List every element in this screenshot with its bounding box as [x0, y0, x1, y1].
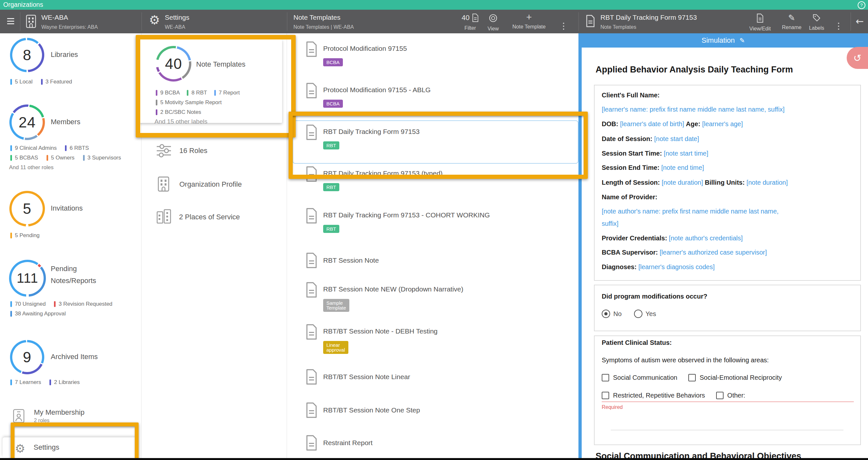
radio-yes-control[interactable] [634, 310, 643, 318]
settings-item-label: Settings [34, 443, 59, 452]
template-item[interactable]: Protocol Modification 97155 BCBA [305, 41, 318, 58]
template-tag: BCBA [323, 99, 343, 108]
length-of-session-placeholder[interactable]: [note duration] [662, 179, 703, 186]
template-item[interactable]: RBT Session Note [305, 253, 318, 269]
session-end-label: Session End Time: [602, 164, 659, 171]
template-item[interactable]: RBT Session Note NEW (Dropdown Narrative… [305, 282, 318, 299]
template-item-selected[interactable]: RBT Daily Tracking Form 97153 RBT [305, 124, 318, 141]
provider-credentials-placeholder[interactable]: [note author's credentials] [669, 234, 743, 242]
card-legend-row3: 2 BC/SBC Notes [156, 109, 201, 115]
members-donut[interactable]: 24 [9, 105, 45, 140]
template-tag: RBT [323, 141, 339, 149]
date-of-session-placeholder[interactable]: [note start date] [654, 135, 699, 142]
template-item[interactable]: RBT Daily Tracking Form 97153 (typed) RB… [305, 166, 318, 183]
checkbox-social-emotional[interactable]: Social-Emotional Reciprocity [688, 374, 782, 381]
undo-icon: ↺ [853, 52, 861, 64]
document-icon [305, 41, 318, 57]
checkbox-control[interactable] [688, 374, 696, 381]
provider-name-placeholder-line2[interactable]: suffix] [602, 220, 619, 227]
view-button[interactable]: View [483, 13, 503, 32]
checkbox-control[interactable] [602, 374, 609, 381]
dob-placeholder[interactable]: [learner's date of birth] [620, 120, 684, 127]
card-legend-row2: 5 Motivity Sample Report [156, 99, 222, 106]
invitations-legend: 5 Pending [10, 232, 40, 239]
help-icon[interactable]: ? [858, 1, 865, 9]
membership-badge-icon [13, 409, 25, 423]
back-arrow-icon[interactable]: ← [856, 16, 864, 27]
my-membership-item[interactable]: My Membership 2 roles [13, 408, 136, 424]
checkbox-other[interactable]: Other: [716, 392, 746, 399]
program-modifications-question: Did program modifications occur? [602, 293, 707, 300]
archived-donut[interactable]: 9 [10, 340, 44, 374]
members-legend-extra: And 11 other roles [9, 164, 54, 171]
radio-no-control[interactable] [602, 310, 610, 318]
session-start-label: Session Start Time: [602, 150, 662, 157]
pending-notes-donut[interactable]: 111 [9, 260, 46, 297]
provider-name-placeholder-line1[interactable]: [note author's name: prefix first name m… [602, 208, 778, 215]
templates-header-title[interactable]: Note Templates [293, 13, 341, 21]
roles-sliders-icon [156, 144, 172, 157]
age-placeholder[interactable]: [learner's age] [702, 120, 743, 127]
invitations-donut[interactable]: 5 [9, 191, 45, 226]
template-item[interactable]: RBT/BT Session Note - DEBH Testing Linea… [305, 324, 318, 341]
template-item[interactable]: RBT/BT Session Note One Step [305, 402, 318, 419]
billing-units-placeholder[interactable]: [note duration] [746, 179, 788, 186]
undo-button[interactable]: ↺ [847, 47, 868, 69]
session-start-placeholder[interactable]: [note start time] [664, 150, 708, 157]
stat-label-pending-line1[interactable]: Pending [51, 265, 77, 273]
organizations-title: Organizations [3, 1, 43, 8]
filter-button[interactable]: 40 Filter [456, 13, 485, 31]
stat-label-pending-line2[interactable]: Notes/Reports [51, 277, 96, 285]
rename-button[interactable]: ✎ Rename [779, 13, 805, 30]
preview-more-menu-icon[interactable] [838, 23, 839, 30]
other-field-underline[interactable] [602, 401, 854, 402]
settings-header-subtitle: WE-ABA [165, 24, 185, 30]
libraries-legend: 5 Local 3 Featured [10, 79, 72, 85]
stat-label-invitations[interactable]: Invitations [51, 204, 83, 212]
template-item[interactable]: Protocol Modification 97155 - ABLG BCBA [305, 83, 318, 99]
libraries-donut[interactable]: 8 [10, 38, 44, 72]
radio-no[interactable]: No [602, 310, 622, 318]
simulation-mode-bar[interactable]: Simulation ✎ [579, 33, 868, 48]
template-item[interactable]: RBT Daily Tracking Form 97153 - COHORT W… [305, 208, 318, 225]
document-icon [305, 402, 318, 418]
checkbox-social-communication[interactable]: Social Communication [602, 374, 677, 381]
app-screen: Organizations ? WE-ABA Wayne Enterprises… [0, 0, 868, 460]
labels-button[interactable]: Labels [805, 13, 828, 31]
form-title: Applied Behavior Analysis Daily Teaching… [596, 65, 793, 75]
note-templates-donut: 40 [156, 46, 191, 82]
checkbox-control[interactable] [716, 392, 723, 399]
symptoms-subtitle: Symptoms of autism were observed in the … [602, 356, 769, 364]
app-header: WE-ABA Wayne Enterprises: ABA ⚙ Settings… [0, 10, 868, 33]
settings-header-title[interactable]: Settings [165, 13, 189, 21]
bcba-supervisor-placeholder[interactable]: [learner's authorized case supervisor] [659, 249, 767, 256]
client-name-placeholder[interactable]: [learner's name: prefix first name middl… [602, 106, 785, 113]
simulation-edit-icon[interactable]: ✎ [739, 36, 745, 44]
add-note-template-button[interactable]: + Note Template [508, 12, 550, 30]
templates-header-breadcrumb: Note Templates | WE-ABA [293, 24, 354, 30]
checkbox-restricted-behaviors[interactable]: Restricted, Repetitive Behaviors [602, 392, 705, 399]
checkbox-control[interactable] [602, 392, 609, 399]
view-edit-button[interactable]: View/Edit [746, 13, 775, 32]
session-end-placeholder[interactable]: [note end time] [661, 164, 704, 171]
settings-item-card[interactable]: ⚙ Settings [3, 437, 137, 457]
organization-profile-item[interactable]: Organization Profile [157, 176, 169, 193]
archived-legend: 7 Learners 2 Libraries [10, 379, 80, 385]
provider-credentials-label: Provider Credentials: [602, 234, 667, 242]
view-edit-icon [756, 13, 764, 23]
note-templates-card[interactable]: 40 Note Templates 9 BCBA 8 RBT 7 Report … [139, 39, 282, 123]
roles-item[interactable]: 16 Roles [156, 144, 172, 159]
diagnoses-placeholder[interactable]: [learner's diagnosis codes] [638, 263, 714, 270]
preview-header-title: RBT Daily Tracking Form 97153 [600, 13, 697, 21]
stat-label-libraries[interactable]: Libraries [51, 51, 78, 59]
templates-more-menu-icon[interactable] [563, 23, 564, 30]
stat-label-archived[interactable]: Archived Items [51, 353, 98, 361]
menu-icon[interactable] [7, 18, 14, 26]
template-item[interactable]: Restraint Report [305, 435, 318, 452]
org-header-title[interactable]: WE-ABA [41, 13, 68, 21]
template-item[interactable]: RBT/BT Session Note Linear [305, 369, 318, 386]
radio-yes[interactable]: Yes [634, 310, 656, 318]
stat-label-members[interactable]: Members [51, 118, 81, 126]
organizations-bar: Organizations ? [0, 0, 868, 10]
places-of-service-item[interactable]: 2 Places of Service [156, 209, 171, 226]
